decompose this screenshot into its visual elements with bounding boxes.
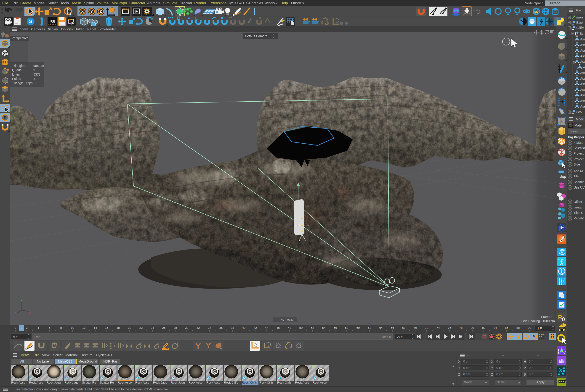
svg-text:Offset: Offset: [573, 200, 582, 204]
svg-text:1: 1: [33, 77, 35, 80]
svg-text:Side _: Side _: [573, 162, 583, 166]
svg-text:Y: Y: [21, 298, 23, 302]
svg-text:14: 14: [94, 326, 97, 330]
svg-text:X: X: [29, 311, 31, 314]
svg-text:Ase: Ase: [580, 60, 585, 64]
svg-text:Triangle Strips: Triangle Strips: [12, 81, 33, 85]
svg-text:2: 2: [26, 326, 28, 330]
svg-text:FPS : 79.6: FPS : 79.6: [278, 318, 293, 322]
svg-text:76: 76: [448, 326, 451, 330]
svg-text:C: C: [36, 370, 39, 374]
svg-text:C: C: [284, 370, 287, 374]
svg-text:Add M: Add M: [573, 169, 583, 173]
svg-text:S: S: [29, 18, 33, 24]
svg-text:52: 52: [311, 326, 314, 330]
svg-text:Ase: Ase: [580, 38, 585, 41]
svg-text:1 F: 1 F: [537, 327, 542, 330]
svg-text:60: 60: [357, 326, 360, 330]
svg-text:46: 46: [276, 326, 280, 330]
svg-text:Perspective: Perspective: [12, 36, 28, 40]
svg-text:}: }: [564, 348, 566, 354]
svg-text:CliffM: CliffM: [576, 26, 584, 30]
svg-text:Ase: Ase: [580, 54, 585, 58]
svg-text:84: 84: [494, 326, 497, 330]
svg-text:80: 80: [471, 326, 474, 330]
svg-text:Tile _: Tile _: [573, 174, 581, 178]
svg-text:Ase: Ase: [580, 94, 585, 97]
svg-text:36: 36: [219, 326, 223, 330]
svg-text:985248: 985248: [33, 64, 44, 68]
svg-text:18: 18: [117, 326, 120, 330]
svg-text:66: 66: [391, 326, 394, 330]
svg-text:90: 90: [528, 326, 531, 330]
svg-text:Tiles U: Tiles U: [573, 211, 583, 214]
svg-text:IRR: IRR: [50, 20, 55, 23]
svg-text:Basic: Basic: [570, 130, 578, 133]
svg-text:C: C: [320, 370, 322, 374]
svg-text:58: 58: [345, 326, 348, 330]
svg-text:90 F ||: 90 F ||: [383, 335, 391, 338]
svg-text:Project: Project: [573, 157, 584, 161]
svg-text:82: 82: [482, 326, 485, 330]
svg-text:Project: Project: [573, 152, 584, 155]
svg-text:0: 0: [15, 326, 16, 330]
svg-text:C: C: [71, 370, 74, 374]
svg-text:Ase: Ase: [580, 71, 585, 75]
svg-text:Ase: Ase: [580, 104, 585, 108]
svg-text:Ase: Ase: [580, 49, 585, 52]
svg-text:Ase: Ase: [580, 88, 585, 92]
svg-text:42: 42: [254, 326, 257, 330]
svg-text:C: C: [142, 370, 145, 374]
svg-text:68: 68: [402, 326, 405, 330]
svg-text:78: 78: [459, 326, 462, 330]
svg-text:Lines: Lines: [12, 72, 20, 76]
svg-text:Tag Proper: Tag Proper: [568, 136, 584, 139]
svg-text:28: 28: [174, 326, 177, 330]
svg-text:1: 1: [20, 326, 22, 330]
svg-text:54: 54: [322, 326, 326, 330]
svg-text:{: {: [557, 348, 559, 354]
svg-text:Z: Z: [15, 310, 17, 314]
svg-text:72: 72: [425, 326, 428, 330]
svg-text:48: 48: [288, 326, 291, 330]
svg-text:0 F: 0 F: [13, 335, 18, 338]
svg-text:34: 34: [208, 326, 211, 330]
svg-text:88: 88: [516, 326, 520, 330]
svg-text:0: 0: [562, 316, 565, 322]
svg-text:62: 62: [368, 326, 371, 330]
svg-text:0: 0: [35, 81, 37, 85]
svg-text:86: 86: [505, 326, 508, 330]
svg-text:70: 70: [414, 326, 417, 330]
svg-text:9: 9: [33, 68, 35, 72]
svg-text:Points: Points: [12, 77, 21, 80]
svg-text:R: R: [473, 12, 476, 16]
svg-text:Selectio: Selectio: [573, 146, 585, 150]
svg-text:4: 4: [37, 326, 39, 330]
svg-text:40: 40: [242, 326, 245, 330]
svg-text:6: 6: [49, 326, 50, 330]
svg-text:32: 32: [196, 326, 200, 330]
svg-text:5378: 5378: [33, 72, 41, 76]
svg-text:30: 30: [185, 326, 188, 330]
svg-text:Z: Z: [100, 9, 102, 14]
svg-text:C: C: [178, 370, 180, 374]
svg-text:Materi: Materi: [574, 124, 583, 127]
svg-text:|| 0 F: || 0 F: [34, 335, 41, 338]
svg-text:S: S: [4, 116, 7, 120]
svg-text:Ase: Ase: [580, 77, 585, 80]
svg-text:38: 38: [231, 326, 234, 330]
svg-text:8: 8: [60, 326, 62, 330]
svg-text:Ase: Ase: [580, 82, 585, 86]
svg-text:File: File: [576, 8, 581, 12]
svg-text:64: 64: [379, 326, 383, 330]
svg-text:74: 74: [436, 326, 440, 330]
svg-text:Back: Back: [576, 21, 584, 24]
svg-text:mixa: mixa: [576, 16, 583, 19]
svg-text:> Mate: > Mate: [573, 141, 583, 144]
svg-text:Seamle: Seamle: [573, 180, 584, 184]
svg-text:26: 26: [162, 326, 165, 330]
svg-text:Sct: Sct: [580, 32, 584, 36]
svg-text:Frame : 1: Frame : 1: [541, 315, 555, 319]
svg-text:Ase: Ase: [580, 99, 585, 103]
svg-text:Length: Length: [573, 206, 583, 209]
